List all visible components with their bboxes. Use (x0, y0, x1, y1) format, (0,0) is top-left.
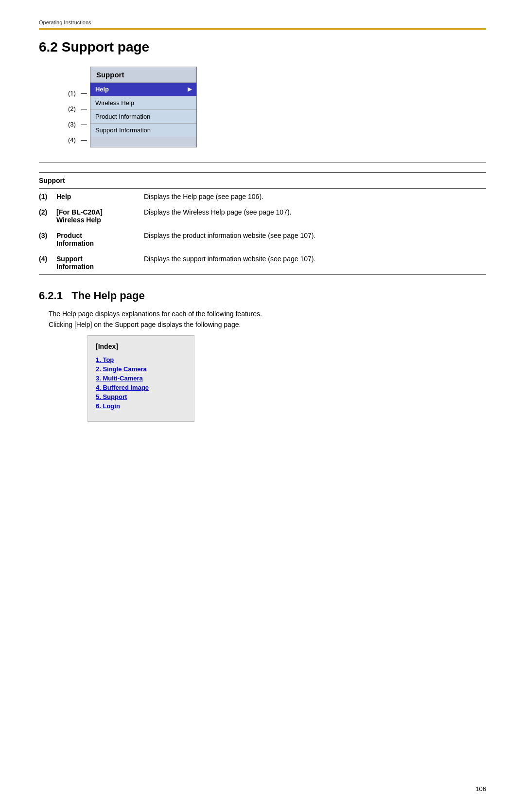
support-table: Support (1) Help Displays the Help page … (39, 172, 486, 275)
table-row: (2) [For BL-C20A] Wireless Help Displays… (39, 204, 486, 228)
section-heading: 6.2 Support page (39, 39, 486, 55)
row-desc: Displays the product information website… (144, 228, 486, 251)
index-link-top[interactable]: 1. Top (96, 356, 186, 363)
menu-item-help: Help ▶ (90, 82, 196, 96)
row-number: (4) (39, 251, 56, 275)
menu-box-title: Support (90, 67, 196, 82)
row-term: [For BL-C20A] Wireless Help (56, 204, 144, 228)
row-desc: Displays the support information website… (144, 251, 486, 275)
subsection-heading: 6.2.1 The Help page (39, 289, 486, 302)
section-title: Support page (62, 39, 149, 54)
menu-label-4: (4)— (68, 132, 90, 147)
menu-label-2: (2)— (68, 101, 90, 116)
table-row: (4) Support Information Displays the sup… (39, 251, 486, 275)
menu-item-support-info: Support Information (90, 123, 196, 137)
section-divider-top (39, 162, 486, 162)
row-term: Help (56, 189, 144, 205)
table-row: (1) Help Displays the Help page (see pag… (39, 189, 486, 205)
row-desc: Displays the Wireless Help page (see pag… (144, 204, 486, 228)
index-box: [Index] 1. Top 2. Single Camera 3. Multi… (88, 335, 194, 422)
menu-item-product-info: Product Information (90, 109, 196, 123)
support-menu-illustration: (1)— (2)— (3)— (4)— Support Help ▶ Wirel… (68, 67, 486, 147)
index-title: [Index] (96, 343, 186, 350)
support-menu-box: Support Help ▶ Wireless Help Product Inf… (90, 67, 197, 147)
row-number: (3) (39, 228, 56, 251)
index-link-support[interactable]: 5. Support (96, 393, 186, 400)
breadcrumb: Operating Instructions (39, 19, 91, 25)
index-link-login[interactable]: 6. Login (96, 402, 186, 410)
index-link-buffered-image[interactable]: 4. Buffered Image (96, 384, 186, 391)
menu-label-1: (1)— (68, 85, 90, 101)
section-number: 6.2 (39, 39, 58, 54)
row-desc: Displays the Help page (see page 106). (144, 189, 486, 205)
menu-item-wireless-help: Wireless Help (90, 96, 196, 109)
index-link-multi-camera[interactable]: 3. Multi-Camera (96, 375, 186, 382)
table-row: (3) Product Information Displays the pro… (39, 228, 486, 251)
index-link-single-camera[interactable]: 2. Single Camera (96, 365, 186, 373)
row-number: (2) (39, 204, 56, 228)
help-intro-line2: Clicking [Help] on the Support page disp… (49, 321, 486, 328)
table-section-label: Support (39, 173, 486, 189)
arrow-icon: ▶ (188, 86, 192, 92)
top-bar: Operating Instructions (39, 19, 486, 30)
row-number: (1) (39, 189, 56, 205)
menu-labels: (1)— (2)— (3)— (4)— (68, 67, 90, 147)
menu-label-3: (3)— (68, 116, 90, 132)
row-term: Support Information (56, 251, 144, 275)
row-term: Product Information (56, 228, 144, 251)
page-number: 106 (475, 785, 486, 793)
help-intro-line1: The Help page displays explanations for … (49, 310, 486, 318)
